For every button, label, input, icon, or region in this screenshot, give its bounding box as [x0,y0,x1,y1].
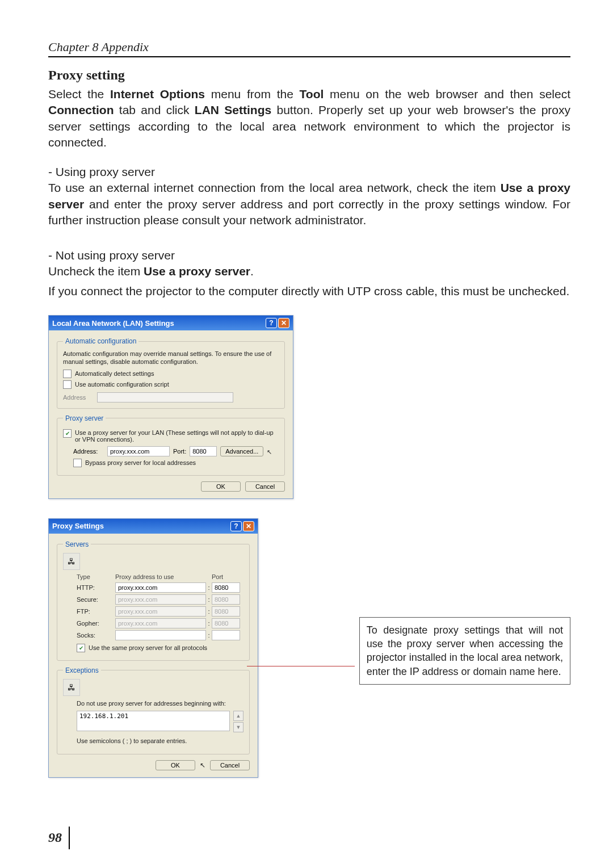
server-type-label: HTTP: [77,584,115,591]
server-address-input[interactable] [115,606,206,617]
server-port-input[interactable] [212,606,240,617]
notusing-text: Uncheck the item [48,265,144,278]
using-proxy-paragraph: To use an external internet connection f… [48,180,570,228]
servers-group: Servers 🖧 Type Proxy address to use Port… [57,540,250,661]
colon: : [206,620,212,627]
section-title: Proxy setting [48,68,570,83]
server-type-label: Secure: [77,596,115,603]
titlebar[interactable]: Proxy Settings ? ✕ [49,519,258,534]
col-port: Port [212,573,240,580]
bold-connection: Connection [48,103,114,116]
col-type: Type [77,573,115,580]
intro-text: tab and click [114,103,195,116]
page-number: 98 [48,830,62,845]
bold-tool: Tool [300,87,324,100]
not-using-proxy-heading: - Not using proxy server [48,249,570,262]
same-proxy-checkbox[interactable] [77,644,85,652]
advanced-button[interactable]: Advanced... [220,446,263,456]
cursor-icon: ↖ [267,448,272,456]
callout-leader-line [247,666,355,666]
legend: Exceptions [63,666,101,674]
server-row: Socks:: [77,630,243,640]
titlebar[interactable]: Local Area Network (LAN) Settings ? ✕ [49,316,293,330]
script-address-label: Address [63,394,94,401]
cursor-icon: ↖ [200,761,205,771]
bypass-checkbox[interactable] [73,459,82,467]
use-script-label: Use automatic configuration script [75,381,169,388]
same-proxy-label: Use the same proxy server for all protoc… [89,644,207,651]
server-row: HTTP:: [77,582,243,593]
servers-icon: 🖧 [63,553,80,570]
colon: : [206,596,212,603]
script-address-input[interactable] [97,392,233,402]
use-proxy-label: Use a proxy server for your LAN (These s… [75,429,279,443]
server-row: FTP:: [77,606,243,617]
bypass-label: Bypass proxy server for local addresses [85,459,196,466]
server-address-input[interactable] [115,594,206,605]
ok-label: OK [171,762,180,769]
exceptions-desc: Do not use proxy server for addresses be… [77,699,243,707]
proxy-port-label: Port: [173,448,186,455]
notusing-text: . [250,265,254,278]
proxy-server-group: Proxy server Use a proxy server for your… [57,414,285,476]
close-icon[interactable]: ✕ [278,318,289,328]
advanced-label: Advanced... [225,448,258,455]
dialog-title: Proxy Settings [52,522,229,530]
intro-text: Select the [48,87,110,100]
bold-use-proxy-2: Use a proxy server [144,265,250,278]
server-address-input[interactable] [115,582,206,593]
server-type-label: FTP: [77,608,115,615]
proxy-settings-dialog: Proxy Settings ? ✕ Servers 🖧 Type Proxy … [48,518,258,778]
colon: : [206,584,212,591]
close-icon[interactable]: ✕ [243,521,254,531]
use-script-checkbox[interactable] [63,380,72,389]
server-port-input[interactable] [212,618,240,628]
exceptions-input[interactable] [77,711,230,731]
intro-text: menu on the web browser and then select [324,87,570,100]
server-port-input[interactable] [212,594,240,605]
automatic-configuration-group: Automatic configuration Automatic config… [57,337,285,409]
using-text: and enter the proxy server address and p… [48,198,570,227]
intro-paragraph: Select the Internet Options menu from th… [48,86,570,150]
auto-detect-checkbox[interactable] [63,370,72,378]
server-row: Secure:: [77,594,243,605]
ok-button[interactable]: OK [156,760,195,770]
bold-internet-options: Internet Options [110,87,205,100]
server-type-label: Socks: [77,632,115,639]
help-icon[interactable]: ? [266,318,277,328]
exceptions-hint: Use semicolons ( ; ) to separate entries… [77,737,243,745]
colon: : [206,632,212,639]
bold-lan-settings: LAN Settings [195,103,271,116]
colon: : [206,608,212,615]
server-address-input[interactable] [115,618,206,628]
legend: Servers [63,540,91,548]
using-proxy-heading: - Using proxy server [48,165,570,179]
lan-settings-dialog: Local Area Network (LAN) Settings ? ✕ Au… [48,315,293,499]
intro-text: menu from the [205,87,300,100]
not-using-line1: Uncheck the item Use a proxy server. [48,263,570,279]
ok-button[interactable]: OK [201,481,241,492]
auto-detect-label: Automatically detect settings [75,370,154,377]
callout-text: To designate proxy settings that will no… [359,617,570,685]
exceptions-icon: 🖧 [63,679,80,696]
col-addr: Proxy address to use [115,573,206,580]
not-using-line2: If you connect the projector to the comp… [48,283,570,299]
using-text: To use an external internet connection f… [48,181,501,194]
help-icon[interactable]: ? [230,521,242,531]
cancel-button[interactable]: Cancel [210,760,250,770]
proxy-address-label: Address: [73,448,104,455]
dialog-title: Local Area Network (LAN) Settings [52,319,264,328]
server-address-input[interactable] [115,630,206,640]
auto-desc: Automatic configuration may override man… [63,350,279,366]
server-port-input[interactable] [212,630,240,640]
use-proxy-checkbox[interactable] [63,429,72,438]
server-type-label: Gopher: [77,620,115,627]
proxy-port-input[interactable] [190,446,217,456]
legend: Proxy server [63,414,106,422]
server-port-input[interactable] [212,582,240,593]
cancel-button[interactable]: Cancel [245,481,285,492]
proxy-address-input[interactable] [107,446,170,456]
scroll-down-icon[interactable]: ▼ [233,722,243,732]
scroll-up-icon[interactable]: ▲ [233,711,243,721]
chapter-header: Chapter 8 Appendix [48,40,570,57]
